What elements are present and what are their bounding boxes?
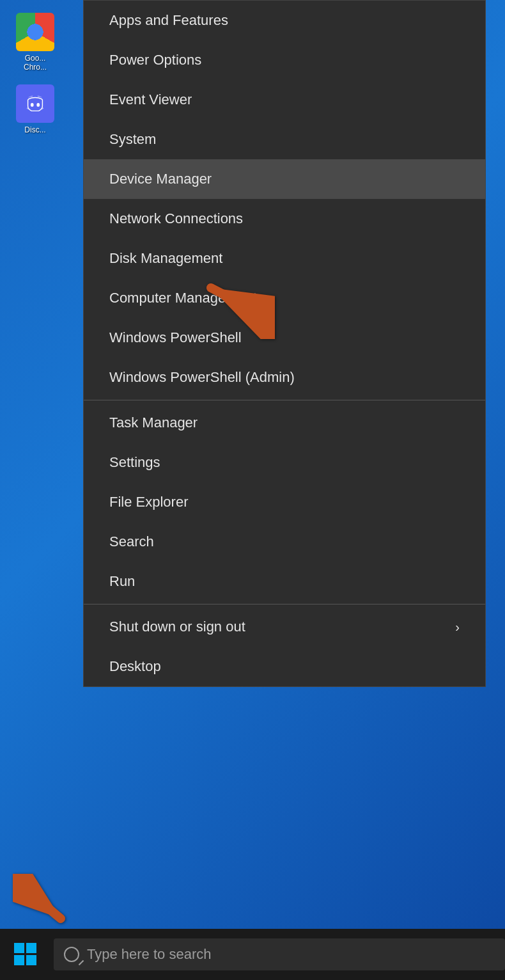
menu-item-settings[interactable]: Settings — [84, 443, 485, 482]
chevron-right-icon: › — [455, 620, 460, 635]
menu-item-label-windows-powershell-admin: Windows PowerShell (Admin) — [109, 369, 295, 386]
search-placeholder-text: Type here to search — [87, 946, 211, 963]
bottom-arrow — [13, 874, 77, 928]
menu-item-event-viewer[interactable]: Event Viewer — [84, 80, 485, 120]
menu-item-label-event-viewer: Event Viewer — [109, 91, 192, 108]
menu-item-label-file-explorer: File Explorer — [109, 494, 188, 510]
menu-item-label-network-connections: Network Connections — [109, 210, 243, 227]
chrome-icon-item[interactable]: Goo...Chro... — [6, 13, 64, 72]
svg-point-0 — [31, 103, 34, 107]
discord-label: Disc... — [13, 125, 58, 134]
menu-item-task-manager[interactable]: Task Manager — [84, 403, 485, 443]
chrome-icon — [16, 13, 54, 51]
menu-item-label-search: Search — [109, 533, 154, 550]
menu-item-label-desktop: Desktop — [109, 658, 161, 675]
menu-divider — [84, 604, 485, 605]
menu-item-windows-powershell[interactable]: Windows PowerShell — [84, 318, 485, 358]
menu-item-computer-management[interactable]: Computer Management — [84, 278, 485, 318]
menu-item-label-computer-management: Computer Management — [109, 290, 257, 306]
desktop-icons-area: Goo...Chro... Disc... — [0, 0, 70, 147]
menu-item-network-connections[interactable]: Network Connections — [84, 199, 485, 239]
start-button[interactable] — [0, 929, 51, 980]
menu-item-desktop[interactable]: Desktop — [84, 647, 485, 686]
search-icon — [64, 947, 79, 962]
menu-item-label-disk-management: Disk Management — [109, 250, 222, 267]
svg-rect-4 — [14, 943, 24, 953]
discord-icon — [16, 84, 54, 123]
menu-item-disk-management[interactable]: Disk Management — [84, 239, 485, 278]
menu-item-apps-and-features[interactable]: Apps and Features — [84, 1, 485, 40]
menu-divider — [84, 400, 485, 400]
svg-rect-6 — [14, 955, 24, 965]
svg-rect-5 — [26, 943, 36, 953]
menu-item-shut-down[interactable]: Shut down or sign out› — [84, 607, 485, 647]
taskbar-search-bar[interactable]: Type here to search — [54, 938, 505, 970]
menu-item-search[interactable]: Search — [84, 522, 485, 562]
menu-item-label-shut-down: Shut down or sign out — [109, 619, 245, 635]
menu-item-system[interactable]: System — [84, 120, 485, 159]
menu-item-label-apps-and-features: Apps and Features — [109, 12, 228, 29]
taskbar: Type here to search — [0, 929, 505, 980]
svg-rect-7 — [26, 955, 36, 965]
menu-item-power-options[interactable]: Power Options — [84, 40, 485, 80]
menu-item-device-manager[interactable]: Device Manager — [84, 159, 485, 199]
desktop: Goo...Chro... Disc... Apps and FeaturesP… — [0, 0, 505, 980]
menu-item-windows-powershell-admin[interactable]: Windows PowerShell (Admin) — [84, 358, 485, 397]
menu-item-label-power-options: Power Options — [109, 52, 201, 68]
menu-item-label-system: System — [109, 131, 156, 148]
menu-item-label-run: Run — [109, 573, 135, 590]
menu-item-label-settings: Settings — [109, 454, 160, 471]
menu-item-run[interactable]: Run — [84, 562, 485, 601]
discord-icon-item[interactable]: Disc... — [6, 84, 64, 134]
windows-logo-icon — [14, 943, 37, 966]
svg-point-1 — [36, 103, 40, 107]
context-menu: Apps and FeaturesPower OptionsEvent View… — [83, 0, 486, 687]
menu-item-label-device-manager: Device Manager — [109, 171, 212, 187]
chrome-label: Goo...Chro... — [13, 54, 58, 72]
menu-item-file-explorer[interactable]: File Explorer — [84, 482, 485, 522]
menu-item-label-windows-powershell: Windows PowerShell — [109, 329, 242, 346]
menu-item-label-task-manager: Task Manager — [109, 415, 198, 431]
